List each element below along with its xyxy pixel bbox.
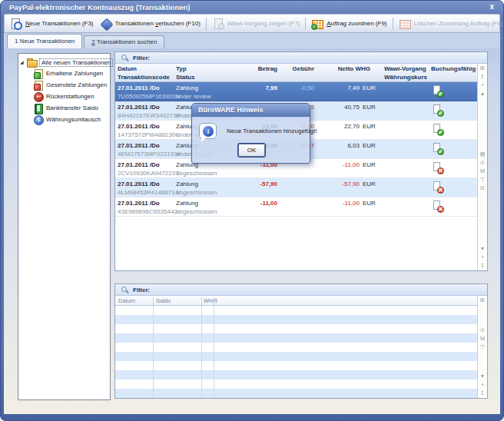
toolbar-button-4[interactable]: Auftrag zuordnen (F9) bbox=[308, 16, 390, 31]
cell-type: Zahlung bbox=[176, 85, 198, 91]
scroll-top-icon[interactable]: ↥ bbox=[480, 74, 485, 80]
saldo-filter-bar[interactable]: Filter: bbox=[115, 284, 487, 296]
filter-icon[interactable]: ▽ bbox=[480, 177, 484, 183]
col-status[interactable]: Status bbox=[176, 74, 194, 81]
copy-grid-icon[interactable]: ⊞ bbox=[480, 297, 485, 303]
delete-assignment-icon bbox=[399, 18, 412, 30]
toolbar-button-1[interactable]: Neue Transaktionen (F3) bbox=[7, 16, 97, 31]
columns-icon[interactable]: ▤ bbox=[480, 151, 486, 157]
open-folder-icon bbox=[27, 58, 37, 68]
dialog-title-bar[interactable]: BüroWARE Hinweis bbox=[192, 104, 310, 118]
tab-bar: 1 Neue Transaktionen2 Transaktionen such… bbox=[4, 33, 500, 48]
cell-status: abgeschlossen bbox=[176, 208, 217, 215]
empty-row bbox=[115, 324, 477, 333]
cell-status: abgeschlossen bbox=[176, 189, 217, 196]
not-bookable-icon: ✕ bbox=[433, 162, 444, 174]
scroll-down-icon[interactable]: ▼ bbox=[480, 246, 486, 252]
tree-item[interactable]: Banktransfer Saldo bbox=[18, 103, 110, 114]
status-badge: ✕ bbox=[437, 167, 444, 174]
scroll-up-icon[interactable]: ▲ bbox=[480, 91, 486, 97]
tree-item[interactable]: Rückerstattungen bbox=[18, 91, 110, 103]
column-separator bbox=[201, 306, 202, 398]
scroll-bottom-icon[interactable]: ↧ bbox=[480, 390, 485, 396]
cell-amount: -57,90 bbox=[260, 181, 277, 187]
tree-root-row[interactable]: ◢Alle neuen Transaktionen bbox=[18, 57, 110, 68]
cell-currency: EUR bbox=[363, 104, 376, 111]
saldo-panel: Filter: Datum Saldo WHR ⊞ ⊙M▽ ▼+↧ bbox=[114, 283, 488, 399]
transaction-row[interactable]: 27.01.2011 /Do7U050925MP163920NZahlungun… bbox=[115, 82, 477, 101]
scroll-bottom-icon[interactable]: ↧ bbox=[480, 263, 485, 269]
cell-transaction-code: 4LM98453R41486714 bbox=[118, 189, 178, 196]
col-waehrungskurs[interactable]: Währungskurs bbox=[384, 74, 427, 81]
add-icon[interactable]: + bbox=[481, 382, 484, 388]
col-netto-whg[interactable]: Netto WHG bbox=[338, 65, 370, 72]
toolbar-button-2[interactable]: Transaktionen verbuchen (F10) bbox=[97, 16, 204, 31]
cell-date: 27.01.2011 /Do bbox=[118, 200, 160, 207]
col-datum[interactable]: Datum bbox=[118, 65, 137, 72]
empty-row bbox=[115, 306, 477, 315]
cell-transaction-code: 7U050925MP163920N bbox=[118, 93, 180, 100]
tree-item[interactable]: Währungsumtausch bbox=[18, 114, 110, 126]
col-buchungsfaehig[interactable]: Buchungsfähig bbox=[431, 65, 476, 72]
bookable-icon: ✓ bbox=[433, 85, 444, 98]
cell-net: -11,00 bbox=[343, 161, 360, 168]
cell-date: 27.01.2011 /Do bbox=[118, 104, 160, 111]
toolbar-button-3: Wawi-Vorgang zeigen (F7) bbox=[209, 16, 303, 31]
search-icon[interactable]: ⊙ bbox=[480, 327, 485, 333]
transactions-side-toolbar: ⊞↥+▲ ▤⊙M▽⊟ ▼+↧ bbox=[477, 64, 487, 270]
app-window: PayPal-elektronischer Kontoauszug (Trans… bbox=[0, 0, 504, 421]
scroll-down-icon[interactable]: ▼ bbox=[480, 373, 486, 380]
assign-order-icon bbox=[311, 18, 324, 30]
edit-grid-icon[interactable]: ⊟ bbox=[480, 185, 485, 191]
add-icon[interactable]: + bbox=[481, 254, 484, 260]
col-transaktionscode[interactable]: Transaktionscode bbox=[118, 74, 170, 81]
status-badge: ✓ bbox=[437, 129, 444, 136]
col-datum[interactable]: Datum bbox=[118, 297, 135, 304]
saldo-empty-rows bbox=[115, 306, 477, 398]
col-wawi-vorgang[interactable]: Wawi-Vorgang bbox=[384, 65, 426, 72]
tab-2[interactable]: 2 Transaktionen suchen bbox=[84, 35, 164, 48]
toolbar-button-label: Löschen Zuordnung Auftrag (F4) bbox=[414, 20, 503, 27]
column-separator bbox=[153, 297, 154, 305]
transactions-filter-bar[interactable]: Filter: bbox=[115, 52, 487, 64]
filter-magnifier-icon bbox=[121, 286, 129, 294]
refunds-icon bbox=[34, 92, 44, 102]
marker-icon[interactable]: M bbox=[480, 336, 485, 342]
window-title: PayPal-elektronischer Kontoauszug (Trans… bbox=[9, 3, 190, 12]
cell-date: 27.01.2011 /Do bbox=[118, 123, 160, 130]
column-separator bbox=[201, 297, 202, 305]
marker-icon[interactable]: M bbox=[480, 168, 485, 174]
cell-date: 27.01.2011 /Do bbox=[118, 181, 160, 187]
side-toolbar-top-group: ⊞↥+▲ bbox=[480, 65, 486, 97]
transaction-row[interactable]: 27.01.2011 /Do4LM98453R41486714Zahlungab… bbox=[115, 178, 477, 197]
post-transactions-icon bbox=[100, 18, 113, 30]
tree-item-label: Erhaltene Zahlungen bbox=[46, 70, 103, 77]
filter-label: Filter: bbox=[133, 55, 150, 61]
search-icon[interactable]: ⊙ bbox=[480, 160, 485, 166]
tab-1[interactable]: 1 Neue Transaktionen bbox=[7, 34, 82, 48]
close-icon[interactable]: x bbox=[489, 2, 494, 12]
col-typ[interactable]: Typ bbox=[176, 65, 187, 72]
info-dialog: BüroWARE Hinweis i Neue Transaktionen hi… bbox=[191, 103, 310, 164]
column-separator bbox=[153, 306, 154, 398]
not-bookable-icon: ✕ bbox=[433, 201, 444, 213]
tree-expander-icon[interactable]: ◢ bbox=[20, 60, 24, 65]
col-whr[interactable]: WHR bbox=[204, 297, 217, 304]
col-betrag[interactable]: Betrag bbox=[258, 65, 277, 72]
transaction-row[interactable]: 27.01.2011 /Do43E989696C6535442Zahlungab… bbox=[115, 197, 477, 217]
tree-item[interactable]: Erhaltene Zahlungen bbox=[18, 68, 110, 80]
copy-grid-icon[interactable]: ⊞ bbox=[480, 65, 485, 71]
filter-icon[interactable]: ▽ bbox=[480, 344, 484, 350]
empty-row bbox=[115, 380, 477, 389]
side-toolbar-mid-group: ▤⊙M▽⊟ bbox=[480, 151, 486, 191]
toolbar-button-label: Neue Transaktionen (F3) bbox=[25, 20, 94, 27]
ok-button[interactable]: OK bbox=[238, 144, 265, 157]
tree-item[interactable]: Gesendete Zahlungen bbox=[18, 80, 110, 91]
col-saldo[interactable]: Saldo bbox=[156, 297, 171, 304]
empty-row bbox=[115, 370, 477, 380]
add-row-icon[interactable]: + bbox=[481, 82, 484, 88]
col-gebuehr[interactable]: Gebühr bbox=[293, 65, 314, 72]
cell-transaction-code: 14737572PW488130C bbox=[118, 131, 180, 138]
tree-item-alle-neuen-transaktionen[interactable]: Alle neuen Transaktionen bbox=[39, 58, 113, 67]
cell-transaction-code: 4EM27573MP023193K bbox=[118, 151, 181, 157]
